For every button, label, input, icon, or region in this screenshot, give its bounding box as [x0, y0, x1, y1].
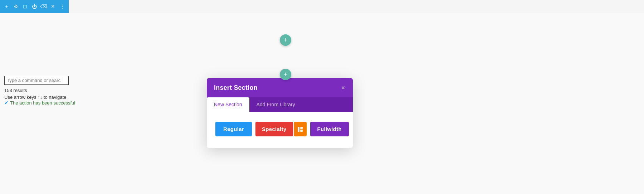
specialty-section-button[interactable]: Specialty: [255, 122, 293, 136]
add-section-active-button[interactable]: +: [280, 69, 291, 80]
modal-overlay: Insert Section × New Section Add From Li…: [0, 13, 644, 194]
settings-icon[interactable]: ⚙: [12, 3, 19, 10]
modal-header: Insert Section ×: [207, 78, 353, 97]
add-icon[interactable]: +: [3, 3, 10, 10]
svg-rect-2: [300, 130, 303, 132]
layout-icon[interactable]: ⊡: [21, 3, 29, 10]
insert-section-modal: Insert Section × New Section Add From Li…: [207, 78, 353, 148]
tab-new-section[interactable]: New Section: [207, 97, 249, 112]
modal-close-button[interactable]: ×: [340, 84, 346, 92]
power-icon[interactable]: ⏻: [31, 3, 38, 10]
svg-rect-1: [300, 127, 303, 129]
close-icon[interactable]: ✕: [49, 3, 57, 10]
specialty-icon-button[interactable]: [294, 122, 307, 136]
svg-rect-0: [298, 127, 299, 132]
toolbar: + ⚙ ⊡ ⏻ ⌫ ✕ ⋮: [0, 0, 69, 13]
trash-icon[interactable]: ⌫: [40, 3, 47, 10]
canvas: + + 153 results Use arrow keys ↑↓ to nav…: [0, 13, 644, 194]
modal-body: Regular Specialty Fullwidth: [207, 112, 353, 148]
tab-add-from-library[interactable]: Add From Library: [249, 97, 302, 112]
regular-section-button[interactable]: Regular: [215, 122, 252, 136]
modal-tabs: New Section Add From Library: [207, 97, 353, 112]
fullwidth-section-button[interactable]: Fullwidth: [310, 122, 349, 136]
specialty-layout-icon: [297, 126, 303, 132]
specialty-group: Specialty: [255, 122, 307, 136]
modal-title: Insert Section: [214, 84, 258, 92]
more-icon[interactable]: ⋮: [59, 3, 66, 10]
